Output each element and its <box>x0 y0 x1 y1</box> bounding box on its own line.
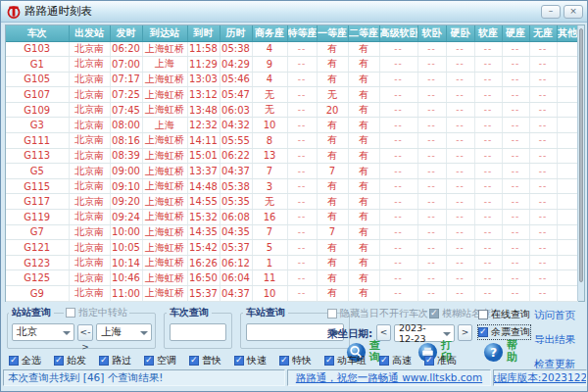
column-header[interactable]: 软座 <box>474 25 502 41</box>
table-row[interactable]: G121北京南10:05上海虹桥15:4205:375--有有---------… <box>6 240 578 256</box>
close-button[interactable]: × <box>564 5 583 19</box>
table-cell: -- <box>446 102 474 118</box>
table-cell: G103 <box>6 41 69 57</box>
column-header[interactable]: 到时 <box>187 25 220 41</box>
title-bar: 路路通时刻表 – × <box>1 1 587 23</box>
transfer-station-checkbox[interactable]: 指定中转站 <box>64 306 129 319</box>
to-station-select[interactable]: 上海 <box>96 323 152 341</box>
table-cell: 20 <box>317 102 348 118</box>
filter-checkbox-特快[interactable]: 特快 <box>279 354 312 368</box>
column-header[interactable]: 硬卧 <box>446 25 474 41</box>
table-row[interactable]: G113北京南08:39上海虹桥15:0106:2213--有有--------… <box>6 148 578 164</box>
filter-checkbox-全选[interactable]: 全选 <box>9 354 41 368</box>
table-row[interactable]: G109北京南07:45上海虹桥13:4806:03无--20有--------… <box>6 102 578 118</box>
table-cell: 北京南 <box>69 118 110 133</box>
checkbox-icon <box>9 356 19 366</box>
table-cell: -- <box>417 240 446 256</box>
filter-checkbox-准高[interactable]: 准高 <box>424 354 457 368</box>
table-cell: G3 <box>6 118 69 133</box>
filter-checkbox-快速[interactable]: 快速 <box>234 354 267 368</box>
checkbox-icon <box>324 356 334 366</box>
timetable-table: 车次出发站发时到达站到时历时商务座特等座一等座二等座高级软卧软卧硬卧软座硬座无座… <box>6 25 578 302</box>
column-header[interactable]: 高级软卧 <box>379 25 417 41</box>
vertical-scrollbar[interactable] <box>577 25 584 301</box>
filter-label: 快速 <box>247 354 267 368</box>
filter-checkbox-动车组[interactable]: 动车组 <box>324 354 367 368</box>
train-number-input[interactable] <box>170 323 226 341</box>
column-header[interactable]: 到达站 <box>142 25 187 41</box>
table-row[interactable]: G9北京南11:00上海虹桥15:3704:3710--有有----------… <box>6 286 578 302</box>
table-cell: 05:38 <box>220 41 252 57</box>
filter-label: 全选 <box>22 354 41 368</box>
table-row[interactable]: G105北京南07:17上海虹桥13:0305:464--有有---------… <box>6 72 578 87</box>
table-row[interactable]: G119北京南09:24上海虹桥15:3206:0816--有有--------… <box>6 210 578 225</box>
table-row[interactable]: G115北京南09:10上海虹桥14:4805:383--有有---------… <box>6 178 578 194</box>
remaining-tickets-checkbox[interactable]: 余票查询 <box>478 325 530 339</box>
checkbox-icon <box>66 308 75 318</box>
swap-stations-button[interactable]: <-> <box>77 324 93 341</box>
visit-homepage-link[interactable]: 访问首页 <box>534 309 575 322</box>
help-button[interactable]: ? 帮助 <box>483 340 519 364</box>
slogan-link[interactable]: 路路通，祝您一路畅通 www.lltskb.com <box>296 371 482 385</box>
table-cell: -- <box>379 286 417 302</box>
filter-checkbox-路过[interactable]: 路过 <box>99 354 131 368</box>
table-cell: 无 <box>252 194 287 210</box>
table-cell: -- <box>417 41 446 57</box>
column-header[interactable]: 其他 <box>557 25 578 41</box>
table-cell: -- <box>502 240 529 256</box>
online-query-checkbox[interactable]: 在线查询 <box>478 308 530 321</box>
table-cell: -- <box>287 194 317 210</box>
column-header[interactable]: 历时 <box>220 25 252 41</box>
table-row[interactable]: G103北京南06:20上海虹桥11:5805:384--有有---------… <box>6 41 578 57</box>
table-row[interactable]: G125北京南10:46上海虹桥16:5006:0411--有有--------… <box>6 270 578 286</box>
minimize-button[interactable]: – <box>541 5 561 19</box>
table-row[interactable]: G123北京南10:14上海虹桥16:2606:121--有有---------… <box>6 255 578 270</box>
table-cell: 10:00 <box>110 224 142 240</box>
filter-checkbox-始发[interactable]: 始发 <box>54 354 86 368</box>
export-results-link[interactable]: 导出结果 <box>534 333 575 347</box>
table-cell: 8 <box>252 133 287 149</box>
column-header[interactable]: 商务座 <box>252 25 287 41</box>
table-row[interactable]: G107北京南07:25上海虹桥13:1205:47无--无有---------… <box>6 87 578 103</box>
table-cell: 有 <box>348 194 379 210</box>
table-row[interactable]: G117北京南09:20上海虹桥14:5505:35无--有有---------… <box>6 194 578 210</box>
table-row[interactable]: G7北京南10:00上海虹桥14:3504:357--7有-----------… <box>6 224 578 240</box>
table-row[interactable]: G3北京南08:00上海12:3204:3210--有有------------ <box>6 118 578 133</box>
table-cell: 上海 <box>142 57 187 73</box>
checkbox-icon <box>424 356 434 366</box>
table-cell: 15:37 <box>187 286 220 302</box>
from-station-select[interactable]: 北京 <box>12 323 74 341</box>
column-header[interactable]: 车次 <box>6 25 69 41</box>
table-cell: 北京南 <box>69 41 110 57</box>
table-cell: 有 <box>348 118 379 133</box>
table-row[interactable]: G1北京南07:00上海11:2904:299--有有------------ <box>6 57 578 73</box>
date-next-button[interactable]: > <box>458 324 472 341</box>
table-cell: -- <box>529 72 557 87</box>
column-header[interactable]: 出发站 <box>69 25 110 41</box>
table-cell: 7 <box>317 164 348 179</box>
scrollbar-thumb[interactable] <box>579 28 583 282</box>
table-cell: -- <box>474 164 502 179</box>
column-header[interactable]: 硬座 <box>502 25 529 41</box>
table-cell: 09:20 <box>110 194 142 210</box>
timetable: 车次出发站发时到达站到时历时商务座特等座一等座二等座高级软卧软卧硬卧软座硬座无座… <box>5 24 585 302</box>
hide-today-checkbox[interactable]: 隐藏当日不开行车次 <box>327 307 428 320</box>
table-cell: 7 <box>317 224 348 240</box>
table-cell: 有 <box>348 210 379 225</box>
column-header[interactable]: 发时 <box>110 25 142 41</box>
table-row[interactable]: G5北京南09:00上海虹桥13:3704:377--7有-----------… <box>6 164 578 179</box>
column-header[interactable]: 无座 <box>529 25 557 41</box>
table-cell: G107 <box>6 87 69 103</box>
table-row[interactable]: G111北京南08:16上海虹桥14:1105:558--有有---------… <box>6 133 578 149</box>
filter-checkbox-高速[interactable]: 高速 <box>379 354 412 368</box>
table-cell: 06:04 <box>220 270 252 286</box>
column-header[interactable]: 二等座 <box>348 25 379 41</box>
table-cell: 08:39 <box>110 148 142 164</box>
column-header[interactable]: 特等座 <box>287 25 317 41</box>
table-cell: 12:32 <box>187 118 220 133</box>
filter-checkbox-空调[interactable]: 空调 <box>144 354 176 368</box>
column-header[interactable]: 一等座 <box>317 25 348 41</box>
column-header[interactable]: 软卧 <box>417 25 446 41</box>
filter-checkbox-普快[interactable]: 普快 <box>189 354 221 368</box>
table-cell: -- <box>502 57 529 73</box>
